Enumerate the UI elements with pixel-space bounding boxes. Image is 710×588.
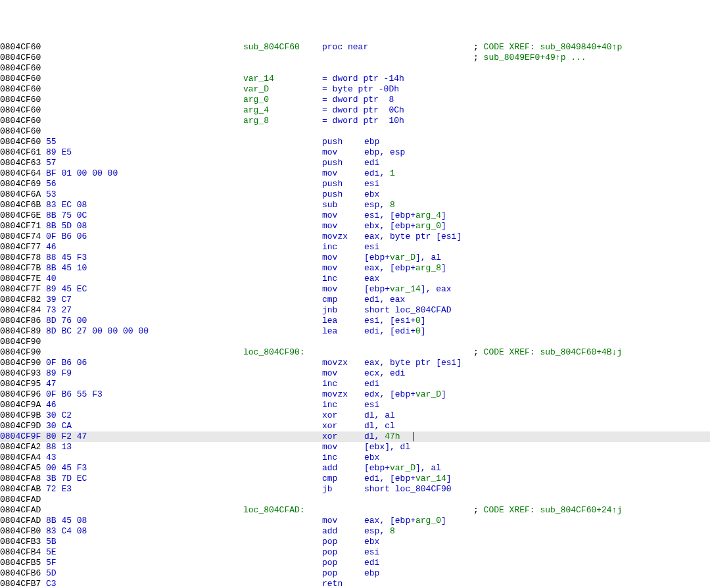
asm-line[interactable]: 0804CF9F 80 F2 47xordl, 47h: [0, 431, 710, 442]
hex-bytes: [46, 42, 243, 53]
hex-bytes: [46, 74, 243, 84]
asm-line[interactable]: 0804CF9D 30 CAxordl, cl: [0, 421, 710, 431]
asm-line[interactable]: 0804CF60 arg_4= dword ptr 0Ch: [0, 105, 710, 116]
label: [243, 295, 322, 305]
operands: ebx: [364, 453, 379, 463]
asm-line[interactable]: 0804CF9B 30 C2xordl, al: [0, 410, 710, 421]
asm-line[interactable]: 0804CF6E 8B 75 0Cmovesi, [ebp+arg_4]: [0, 210, 710, 221]
asm-line[interactable]: 0804CF60 ; sub_8049EF0+49↑p ...: [0, 53, 710, 63]
mnemonic: [322, 337, 364, 347]
asm-line[interactable]: 0804CF93 89 F9movecx, edi: [0, 368, 710, 379]
address: 0804CF60: [0, 74, 46, 84]
hex-bytes: 83 EC 08: [46, 200, 243, 210]
hex-bytes: 5E: [46, 547, 243, 558]
label: [243, 579, 322, 588]
hex-bytes: [46, 495, 243, 505]
label: [243, 221, 322, 232]
asm-line[interactable]: 0804CF60: [0, 126, 710, 137]
asm-line[interactable]: 0804CF74 0F B6 06movzxeax, byte ptr [esi…: [0, 232, 710, 242]
operands: esi: [364, 179, 379, 189]
asm-line[interactable]: 0804CFB6 5Dpopebp: [0, 568, 710, 579]
address: 0804CF84: [0, 305, 46, 316]
mnemonic: pop: [322, 537, 364, 547]
label: [243, 158, 322, 168]
asm-line[interactable]: 0804CFAD loc_804CFAD:; CODE XREF: sub_80…: [0, 505, 710, 516]
asm-line[interactable]: 0804CFAB 72 E3jbshort loc_804CF90: [0, 484, 710, 495]
hex-bytes: BF 01 00 00 00: [46, 168, 243, 179]
asm-line[interactable]: 0804CF9A 46incesi: [0, 400, 710, 410]
address: 0804CF82: [0, 295, 46, 305]
operands: [ebp+var_D], al: [364, 253, 441, 263]
asm-line[interactable]: 0804CFA4 43incebx: [0, 453, 710, 463]
mnemonic: mov: [322, 284, 364, 295]
mnemonic: mov: [322, 368, 364, 379]
operands: short loc_804CF90: [364, 484, 452, 495]
asm-line[interactable]: 0804CF90: [0, 337, 710, 347]
asm-line[interactable]: 0804CFA8 3B 7D ECcmpedi, [ebp+var_14]: [0, 474, 710, 484]
mnemonic: inc: [322, 453, 364, 463]
label: [243, 232, 322, 242]
asm-line[interactable]: 0804CF60 sub_804CF60proc near; CODE XREF…: [0, 42, 710, 53]
address: 0804CFB4: [0, 547, 46, 558]
hex-bytes: 8B 5D 08: [46, 221, 243, 232]
label: [243, 126, 322, 137]
asm-line[interactable]: 0804CFB0 83 C4 08addesp, 8: [0, 526, 710, 537]
hex-bytes: 0F B6 06: [46, 232, 243, 242]
asm-line[interactable]: 0804CF95 47incedi: [0, 379, 710, 389]
mnemonic: mov: [322, 442, 364, 453]
asm-line[interactable]: 0804CF78 88 45 F3mov[ebp+var_D], al: [0, 253, 710, 263]
address: 0804CFB6: [0, 568, 46, 579]
asm-line[interactable]: 0804CF90 0F B6 06movzxeax, byte ptr [esi…: [0, 358, 710, 368]
mnemonic: movzx: [322, 358, 364, 368]
asm-line[interactable]: 0804CF71 8B 5D 08movebx, [ebp+arg_0]: [0, 221, 710, 232]
asm-line[interactable]: 0804CF82 39 C7cmpedi, eax: [0, 295, 710, 305]
address: 0804CF96: [0, 389, 46, 400]
address: 0804CF61: [0, 147, 46, 158]
address: 0804CF64: [0, 168, 46, 179]
asm-line[interactable]: 0804CFB3 5Bpopebx: [0, 537, 710, 547]
operands: dl, 47h: [364, 431, 414, 442]
asm-line[interactable]: 0804CF6B 83 EC 08subesp, 8: [0, 200, 710, 210]
asm-line[interactable]: 0804CF60 55pushebp: [0, 137, 710, 147]
mnemonic: add: [322, 526, 364, 537]
asm-line[interactable]: 0804CFAD: [0, 495, 710, 505]
label: [243, 337, 322, 347]
asm-line[interactable]: 0804CF60 var_D= byte ptr -0Dh: [0, 84, 710, 95]
operands: ebp, esp: [364, 147, 405, 158]
asm-line[interactable]: 0804CF60 arg_0= dword ptr 8: [0, 95, 710, 105]
asm-line[interactable]: 0804CFB5 5Fpopedi: [0, 558, 710, 568]
disassembly-listing[interactable]: 0804CF60 sub_804CF60proc near; CODE XREF…: [0, 42, 710, 588]
asm-line[interactable]: 0804CFB4 5Epopesi: [0, 547, 710, 558]
hex-bytes: 46: [46, 400, 243, 410]
asm-line[interactable]: 0804CF96 0F B6 55 F3movzxedx, [ebp+var_D…: [0, 389, 710, 400]
asm-line[interactable]: 0804CF7B 8B 45 10moveax, [ebp+arg_8]: [0, 263, 710, 274]
asm-line[interactable]: 0804CF89 8D BC 27 00 00 00 00leaedi, [ed…: [0, 326, 710, 337]
asm-line[interactable]: 0804CF61 89 E5movebp, esp: [0, 147, 710, 158]
address: 0804CF78: [0, 253, 46, 263]
label: arg_8: [243, 116, 322, 126]
address: 0804CF7F: [0, 284, 46, 295]
asm-line[interactable]: 0804CF84 73 27jnbshort loc_804CFAD: [0, 305, 710, 316]
asm-line[interactable]: 0804CF90 loc_804CF90:; CODE XREF: sub_80…: [0, 347, 710, 358]
label: [243, 410, 322, 421]
asm-line[interactable]: 0804CFB7 C3retn: [0, 579, 710, 588]
asm-line[interactable]: 0804CF6A 53pushebx: [0, 189, 710, 200]
asm-line[interactable]: 0804CF63 57pushedi: [0, 158, 710, 168]
asm-line[interactable]: 0804CFAD 8B 45 08moveax, [ebp+arg_0]: [0, 516, 710, 526]
asm-line[interactable]: 0804CF7E 40inceax: [0, 274, 710, 284]
operands: edi: [364, 158, 379, 168]
hex-bytes: 46: [46, 242, 243, 253]
asm-line[interactable]: 0804CF60 arg_8= dword ptr 10h: [0, 116, 710, 126]
operands: ebx, [ebp+arg_0]: [364, 221, 446, 232]
asm-line[interactable]: 0804CF60: [0, 63, 710, 74]
text-cursor: [414, 432, 414, 441]
label: [243, 421, 322, 431]
asm-line[interactable]: 0804CFA2 88 13mov[ebx], dl: [0, 442, 710, 453]
asm-line[interactable]: 0804CF64 BF 01 00 00 00movedi, 1: [0, 168, 710, 179]
asm-line[interactable]: 0804CF7F 89 45 ECmov[ebp+var_14], eax: [0, 284, 710, 295]
asm-line[interactable]: 0804CF86 8D 76 00leaesi, [esi+0]: [0, 316, 710, 326]
asm-line[interactable]: 0804CF69 56pushesi: [0, 179, 710, 189]
asm-line[interactable]: 0804CF77 46incesi: [0, 242, 710, 253]
asm-line[interactable]: 0804CFA5 00 45 F3add[ebp+var_D], al: [0, 463, 710, 474]
asm-line[interactable]: 0804CF60 var_14= dword ptr -14h: [0, 74, 710, 84]
